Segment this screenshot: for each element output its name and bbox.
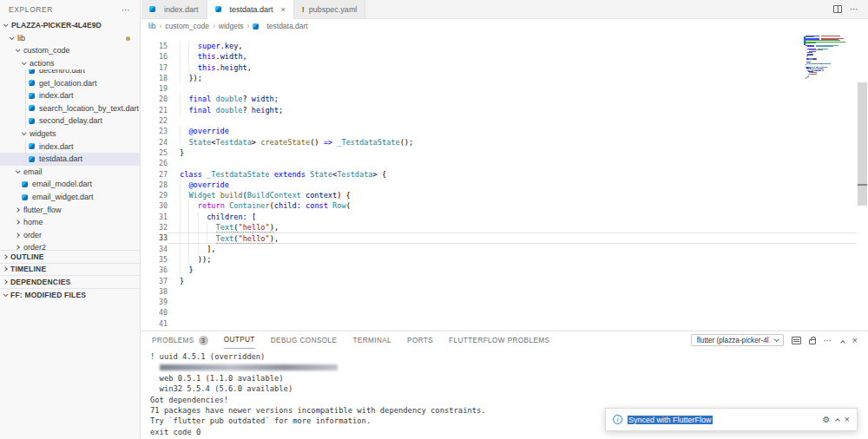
line-content[interactable] — [168, 318, 857, 329]
line-content[interactable] — [168, 115, 857, 126]
tab-pubspec-yaml[interactable]: !pubspec.yaml — [294, 0, 366, 18]
breadcrumb-item[interactable]: custom_code — [165, 22, 209, 30]
clear-output-icon[interactable] — [792, 337, 801, 344]
tree-item-search-location-by-text-dart[interactable]: search_location_by_text.dart — [0, 102, 140, 115]
maximize-panel-icon[interactable] — [841, 332, 845, 348]
line-content[interactable]: return Container(child: const Row( — [168, 200, 857, 211]
editor-more-icon[interactable]: ⋯ — [850, 4, 859, 14]
sidebar-section-outline[interactable]: OUTLINE — [0, 250, 140, 263]
code-line-28: 28@override — [141, 180, 868, 190]
tree-item-actions[interactable]: actions — [0, 57, 140, 70]
tree-item-label: actions — [30, 59, 55, 68]
line-number: 15 — [141, 41, 168, 51]
chevron-down-icon — [16, 168, 21, 174]
tree-item-widgets[interactable]: widgets — [0, 128, 140, 141]
tree-item-get-location-dart[interactable]: get_location.dart — [0, 76, 140, 89]
line-content[interactable]: children: [ — [168, 212, 857, 222]
line-content[interactable] — [168, 297, 857, 307]
lock-icon[interactable] — [809, 339, 816, 344]
line-content[interactable]: } — [168, 147, 857, 158]
notification-toast: i Synced with FlutterFlow ⚙ × — [605, 408, 858, 431]
line-content[interactable]: Text("hello"), — [168, 222, 857, 233]
line-content[interactable]: super.key, — [168, 41, 857, 51]
line-content[interactable] — [168, 286, 857, 297]
notification-message: Synced with FlutterFlow — [628, 416, 713, 424]
clipped-tree-row: decentro.dart — [0, 69, 140, 76]
tree-item-index-dart[interactable]: index.dart — [0, 89, 140, 102]
tree-item-flutter-flow[interactable]: flutter_flow — [0, 203, 140, 216]
scrollbar-thumb[interactable] — [858, 82, 867, 206]
tree-item-decentro-dart[interactable]: decentro.dart — [0, 69, 140, 76]
tree-item-plazza-picker-4l4e9d[interactable]: PLAZZA-PICKER-4L4E9D — [0, 19, 140, 32]
breadcrumb-item[interactable]: testdata.dart — [253, 22, 307, 30]
code-line-40: 40 — [141, 307, 868, 318]
tree-item-second-delay-dart[interactable]: second_delay.dart — [0, 115, 140, 128]
breadcrumb-item[interactable]: lib — [148, 22, 156, 30]
panel-tabs: PROBLEMS3OUTPUTDEBUG CONSOLETERMINALPORT… — [152, 331, 549, 349]
sidebar-section-dependencies[interactable]: DEPENDENCIES — [0, 275, 140, 288]
line-number: 25 — [141, 147, 168, 158]
line-content[interactable]: this.height, — [168, 62, 857, 73]
panel-tab-problems[interactable]: PROBLEMS3 — [152, 331, 208, 349]
line-content[interactable]: }); — [168, 73, 857, 83]
line-content[interactable]: class _TestdataState extends State<Testd… — [168, 169, 857, 180]
code-line-41: 41 — [141, 318, 868, 329]
notification-collapse-icon[interactable] — [836, 416, 839, 424]
split-editor-icon[interactable] — [833, 5, 842, 13]
panel-tab-debug-console[interactable]: DEBUG CONSOLE — [271, 331, 338, 349]
line-content[interactable]: this.width, — [168, 51, 857, 62]
line-content[interactable]: )); — [168, 254, 857, 265]
tree-item-order[interactable]: order — [0, 229, 140, 242]
line-content[interactable]: Text("hello"), — [168, 233, 857, 243]
line-content[interactable] — [168, 83, 857, 94]
code-editor[interactable]: 15super.key,16this.width,17this.height,1… — [141, 33, 868, 331]
sidebar-section-timeline[interactable]: TIMELINE — [0, 263, 140, 276]
tree-item-email-model-dart[interactable]: email_model.dart — [0, 178, 140, 191]
line-content[interactable]: } — [168, 276, 857, 286]
close-icon[interactable]: × — [281, 5, 286, 14]
line-content[interactable] — [168, 158, 857, 168]
line-content[interactable]: final double? width; — [168, 94, 857, 104]
sidebar-section-ff-modified-files[interactable]: FF: MODIFIED FILES — [0, 288, 140, 301]
minimap[interactable] — [806, 36, 856, 88]
tree-item-email-widget-dart[interactable]: email_widget.dart — [0, 191, 140, 204]
line-content[interactable]: @override — [168, 126, 857, 136]
panel-tab-terminal[interactable]: TERMINAL — [352, 331, 391, 349]
output-channel-select[interactable]: flutter (plazza-picker-4l — [691, 334, 784, 346]
line-content[interactable]: Widget build(BuildContext context) { — [168, 190, 857, 200]
code-line-18: 18}); — [141, 73, 868, 83]
overview-ruler-marker — [858, 184, 867, 186]
code-lines: 15super.key,16this.width,17this.height,1… — [141, 33, 868, 329]
explorer-more-icon[interactable]: ⋯ — [122, 5, 131, 15]
line-content[interactable]: ], — [168, 244, 857, 254]
chevron-down-icon — [22, 131, 27, 136]
breadcrumb-item[interactable]: widgets — [219, 22, 244, 30]
tree-item-custom-code[interactable]: custom_code — [0, 44, 140, 57]
dart-file-icon — [22, 181, 28, 187]
line-content[interactable]: } — [168, 265, 857, 275]
tree-item-email[interactable]: email — [0, 166, 140, 179]
notification-close-icon[interactable]: × — [845, 415, 850, 424]
chevron-down-icon — [10, 35, 15, 40]
line-content[interactable]: State<Testdata> createState() => _Testda… — [168, 137, 857, 147]
tab-testdata-dart[interactable]: testdata.dart× — [207, 0, 294, 19]
tab-index-dart[interactable]: index.dart — [141, 0, 207, 18]
tree-item-lib[interactable]: lib — [0, 32, 140, 45]
tree-item-order2[interactable]: order2 — [0, 241, 140, 250]
panel-more-icon[interactable]: ⋯ — [824, 336, 833, 345]
close-panel-icon[interactable]: × — [852, 336, 858, 345]
panel-tab-ports[interactable]: PORTS — [407, 331, 433, 349]
gear-icon[interactable]: ⚙ — [823, 416, 831, 424]
dart-file-icon — [215, 6, 221, 12]
line-content[interactable]: final double? height; — [168, 105, 857, 115]
tree-item-testdata-dart[interactable]: testdata.dart — [0, 153, 140, 166]
editor-tabbar: index.darttestdata.dart×!pubspec.yaml ⋯ — [141, 0, 868, 19]
tree-item-index-dart[interactable]: index.dart — [0, 140, 140, 153]
code-line-36: 36} — [141, 265, 868, 275]
panel-tab-flutterflow-problems[interactable]: FLUTTERFLOW PROBLEMS — [449, 331, 549, 349]
line-content[interactable] — [168, 307, 857, 318]
line-content[interactable]: @override — [168, 180, 857, 190]
explorer-title: EXPLORER — [9, 5, 122, 14]
tree-item-home[interactable]: home — [0, 216, 140, 229]
panel-tab-output[interactable]: OUTPUT — [224, 331, 255, 349]
